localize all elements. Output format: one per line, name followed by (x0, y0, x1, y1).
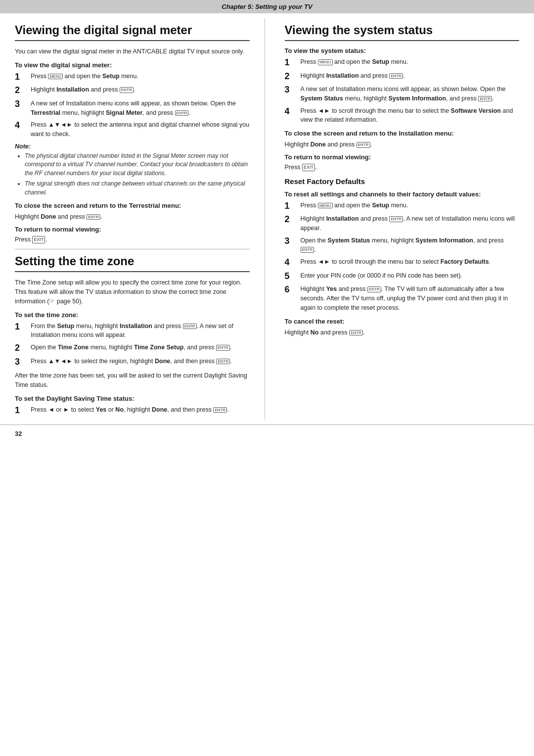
note-list: The physical digital channel number list… (15, 152, 250, 197)
chapter-header-text: Chapter 5: Setting up your TV (222, 3, 312, 10)
list-item: 2 Highlight Installation and press ENTR. (15, 85, 250, 96)
exit-icon: EXIT (302, 164, 315, 172)
set-dst-steps: 1 Press ◄ or ► to select Yes or No, high… (15, 405, 250, 416)
list-item: 1 Press MENU and open the Setup menu. (285, 57, 520, 68)
section-divider (15, 249, 250, 249)
enter-icon: ENTR (367, 286, 381, 292)
close-install-text: Highlight Done and press ENTR. (285, 140, 520, 149)
content-area: Viewing the digital signal meter You can… (0, 13, 534, 420)
section1-title: Viewing the digital signal meter (15, 23, 250, 41)
reset-factory-header: To reset all settings and channels to th… (285, 190, 520, 198)
close-terrestrial-text: Highlight Done and press ENTR. (15, 212, 250, 222)
list-item: 3 A new set of Installation menu icons w… (285, 85, 520, 103)
menu-icon: MENU (48, 74, 63, 80)
note-box: Note: The physical digital channel numbe… (15, 143, 250, 197)
enter-icon: ENTR (356, 142, 370, 148)
enter-icon: ENTR (349, 330, 363, 336)
set-timezone-steps: 1 From the Setup menu, highlight Install… (15, 322, 250, 368)
close-install-header: To close the screen and return to the In… (285, 130, 520, 137)
list-item: 5 Enter your PIN code (or 0000 if no PIN… (285, 271, 520, 282)
cancel-reset-text: Highlight No and press ENTR. (285, 328, 520, 337)
list-item: 4 Press ◄► to scroll through the menu ba… (285, 257, 520, 268)
list-item: 4 Press ▲▼◄► to select the antenna input… (15, 120, 250, 139)
set-timezone-header: To set the time zone: (15, 311, 250, 319)
list-item: 1 Press MENU and open the Setup menu. (15, 72, 250, 83)
reset-factory-title: Reset Factory Defaults (285, 177, 520, 186)
left-column: Viewing the digital signal meter You can… (15, 18, 265, 420)
enter-icon: ENTR (213, 407, 227, 413)
list-item: 2 Open the Time Zone menu, highlight Tim… (15, 343, 250, 354)
enter-icon: ENTR (183, 324, 197, 330)
enter-icon: ENTR (301, 247, 314, 253)
page-number-text: 32 (15, 430, 22, 437)
view-signal-header: To view the digital signal meter: (15, 61, 250, 69)
right-column: Viewing the system status To view the sy… (280, 18, 520, 420)
return-normal-header2: To return to normal viewing: (285, 153, 520, 161)
note-item: The signal strength does not change betw… (25, 180, 250, 197)
list-item: 3 Open the System Status menu, highlight… (285, 236, 520, 255)
list-item: 6 Highlight Yes and press ENTR. The TV w… (285, 284, 520, 312)
menu-icon: MENU (318, 59, 333, 65)
enter-icon: ENTR (87, 214, 100, 220)
list-item: 4 Press ◄► to scroll through the menu ba… (285, 106, 520, 125)
section2-intro: The Time Zone setup will allow you to sp… (15, 278, 250, 306)
view-system-header: To view the system status: (285, 47, 520, 54)
view-signal-steps: 1 Press MENU and open the Setup menu. 2 … (15, 72, 250, 139)
note-item: The physical digital channel number list… (25, 152, 250, 178)
enter-icon: ENTR (478, 96, 492, 102)
page-number: 32 (0, 425, 534, 442)
enter-icon: ENTR (216, 359, 230, 365)
chapter-header: Chapter 5: Setting up your TV (0, 0, 534, 13)
section1-intro: You can view the digital signal meter in… (15, 47, 250, 56)
close-terrestrial-header: To close the screen and return to the Te… (15, 202, 250, 209)
enter-icon: ENTR (216, 345, 230, 351)
right-section-title: Viewing the system status (285, 23, 520, 41)
list-item: 2 Highlight Installation and press ENTR. (285, 71, 520, 82)
return-normal-text2: Press EXIT. (285, 163, 520, 172)
menu-icon: MENU (318, 203, 333, 209)
page: Chapter 5: Setting up your TV Viewing th… (0, 0, 534, 756)
enter-icon: ENTR (389, 73, 403, 79)
enter-icon: ENTR (175, 110, 189, 116)
after-timezone-text: After the time zone has been set, you wi… (15, 371, 250, 390)
reset-factory-steps: 1 Press MENU and open the Setup menu. 2 … (285, 201, 520, 313)
return-normal-text1: Press EXIT. (15, 235, 250, 244)
enter-icon: ENTR (120, 87, 134, 93)
list-item: 1 Press MENU and open the Setup menu. (285, 201, 520, 212)
set-dst-header: To set the Daylight Saving Time status: (15, 395, 250, 402)
view-system-steps: 1 Press MENU and open the Setup menu. 2 … (285, 57, 520, 125)
list-item: 3 Press ▲▼◄► to select the region, highl… (15, 357, 250, 368)
exit-icon: EXIT (32, 236, 45, 244)
list-item: 1 Press ◄ or ► to select Yes or No, high… (15, 405, 250, 416)
enter-icon: ENTR (389, 216, 403, 222)
list-item: 3 A new set of Installation menu icons w… (15, 99, 250, 118)
note-title: Note: (15, 143, 250, 150)
cancel-reset-header: To cancel the reset: (285, 318, 520, 325)
list-item: 1 From the Setup menu, highlight Install… (15, 322, 250, 340)
section2-title: Setting the time zone (15, 254, 250, 272)
return-normal-header1: To return to normal viewing: (15, 226, 250, 233)
list-item: 2 Highlight Installation and press ENTR.… (285, 214, 520, 233)
